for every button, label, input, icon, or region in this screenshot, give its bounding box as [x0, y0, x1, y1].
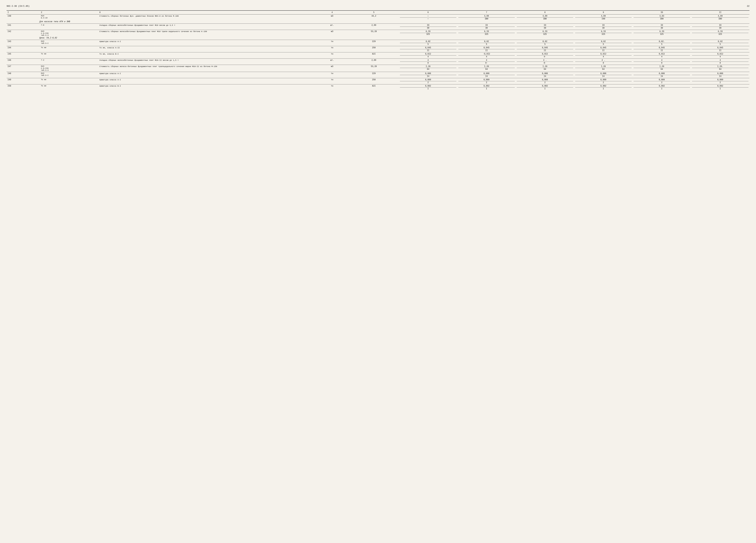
table-row: I44То жеТо же, класса А-IIтн2500,045II0,… [7, 46, 749, 52]
row-unit: шт. [315, 24, 349, 30]
row-id: I47 [7, 65, 40, 72]
row-col8: 0,006I4 [516, 72, 574, 78]
row-col9: 0,045II [574, 46, 633, 52]
table-row: I43ПСП таб.3-IАрматура класса А-Iтн2290,… [7, 40, 749, 46]
row-qty: 2,99 [349, 24, 399, 30]
row-qty: 82I [349, 84, 399, 91]
row-code: ПСП п.9-IIO таб.3.3 [40, 65, 98, 72]
row-col9: 0,0092 [574, 78, 633, 84]
row-col11: 48 [691, 59, 749, 65]
page-number: 22 [747, 5, 749, 7]
row-code: То же [40, 78, 98, 84]
row-col11: 6,IO325 [691, 30, 749, 37]
table-row: I40ПСП м.3-19Стоимость сборных бетонных … [7, 14, 749, 21]
row-code: 7-2 [40, 59, 98, 65]
note-row-140: Для насосов типа АТН и ЗНВ [7, 21, 749, 24]
row-col7: ·0,0I24 [457, 52, 516, 59]
col-header-10: IO [633, 11, 691, 14]
row-unit: м3 [315, 65, 349, 72]
row-id: I48 [7, 72, 40, 78]
row-col7: 0,045II [457, 46, 516, 52]
row-col9: 0,006I4 [574, 72, 633, 78]
row-col7: 0,006I4 [457, 72, 516, 78]
row-col6: IO30 [399, 24, 457, 30]
row-description: Укладка сборных железобетонных фундамент… [98, 59, 316, 65]
row-col8: 0,0092 [516, 78, 574, 84]
row-description: То же, класса В-I [98, 52, 316, 59]
row-col9: 4,09I80 [574, 14, 633, 21]
row-col10: 48 [633, 59, 691, 65]
row-col10: 0,0I24 [633, 52, 691, 59]
table-row: I42ПСП п.9-IIO таб.3.3Стоимость сборных … [7, 30, 749, 37]
row-qty: 2,09 [349, 59, 399, 65]
col-header-1: I [7, 11, 40, 14]
col-header-8: 8 [516, 11, 574, 14]
row-id: I45 [7, 52, 40, 59]
row-col8: 0,0I24· [516, 52, 574, 59]
row-col7: IO30 [457, 24, 516, 30]
row-qty: 250 [349, 78, 399, 84]
row-col11: 0,0092 [691, 78, 749, 84]
row-col9: 0,0I24 [574, 52, 633, 59]
column-headers: I 2 8 4 5 6 7 8 9 IO II [7, 11, 749, 14]
row-col6: 0,025 [399, 40, 457, 46]
row-col7: I,2064 [457, 65, 516, 72]
row-code: ПСП м.3-19 [40, 14, 98, 21]
row-id: I46 [7, 59, 40, 65]
row-id: I42 [7, 30, 40, 37]
row-col9: 4 .8 [574, 59, 633, 65]
row-col11: I,20.64 [691, 65, 749, 72]
row-col8: I,2064 [516, 65, 574, 72]
row-col8: 0,045II [516, 46, 574, 52]
row-col11: 0,002I [691, 84, 749, 91]
row-col6: 0,006I4 [399, 72, 457, 78]
row-id: I43 [7, 40, 40, 46]
row-code: ПСП таб.3-I [40, 72, 98, 78]
row-col9: I,2064 [574, 65, 633, 72]
row-col8: 4 .8· [516, 59, 574, 65]
row-id: I40 [7, 14, 40, 21]
row-col8: IO30 [516, 24, 574, 30]
row-code: ПСП таб.3-I [40, 40, 98, 46]
row-col10: 0,0092 [633, 78, 691, 84]
row-unit: м3 [315, 14, 349, 21]
main-table: I 2 8 4 5 6 7 8 9 IO II I40ПСП м.3-19Сто… [7, 10, 749, 90]
row-id: I44 [7, 46, 40, 52]
row-code: То же [40, 84, 98, 91]
row-description: Стоимость сборных железобетонных фундаме… [98, 30, 316, 37]
row-qty: 53,28 [349, 30, 399, 37]
row-col8: 4,09IB0 [516, 14, 574, 21]
col-header-2: 2 [40, 11, 98, 14]
row-col10: IO30 [633, 24, 691, 30]
row-qty: 53,28 [349, 65, 399, 72]
row-col6: 0,0I24 [399, 52, 457, 59]
table-row: I49То жеАрматура класса А-Iтн2500,00920,… [7, 78, 749, 84]
row-col11: 4,09IBO [691, 14, 749, 21]
row-id: I50 [7, 84, 40, 91]
row-col11: 0,006I4 [691, 72, 749, 78]
col-header-7: 7 [457, 11, 516, 14]
row-qty: 250 [349, 46, 399, 52]
row-col8: 0,002I [516, 84, 574, 91]
row-description: То же, класса А-II [98, 46, 316, 52]
row-code: 7-8 [40, 24, 98, 30]
row-description: Арматура класса В-I [98, 84, 316, 91]
row-col11: IO30 [691, 24, 749, 30]
row-qty: 229 [349, 72, 399, 78]
row-description: Укладка сборных железобетонных фундамент… [98, 24, 316, 30]
row-code: ПСП п.9-IIO таб.3.3 [40, 30, 98, 37]
row-unit: м3 [315, 30, 349, 37]
table-row: I467-2Укладка сборных железобетонных фун… [7, 59, 749, 65]
row-unit: тн [315, 72, 349, 78]
col-header-11: II [691, 11, 749, 14]
row-description: Арматура класса А-I [98, 78, 316, 84]
note-row-142: Цена: 54,I-0,82 [7, 37, 749, 40]
row-description: Арматура класса А-I [98, 40, 316, 46]
row-description: Стоимость сборных железо-бетонных фундам… [98, 65, 316, 72]
row-col11: 0,0I24 [691, 52, 749, 59]
row-col7: 0,025 [457, 40, 516, 46]
page-header: 90I-I-30 (IX/I.85) 22 [7, 5, 749, 7]
row-col10: I,2064 [633, 65, 691, 72]
row-col7: 4,09IB0 [457, 14, 516, 21]
row-col10: 0,02.5 [633, 40, 691, 46]
